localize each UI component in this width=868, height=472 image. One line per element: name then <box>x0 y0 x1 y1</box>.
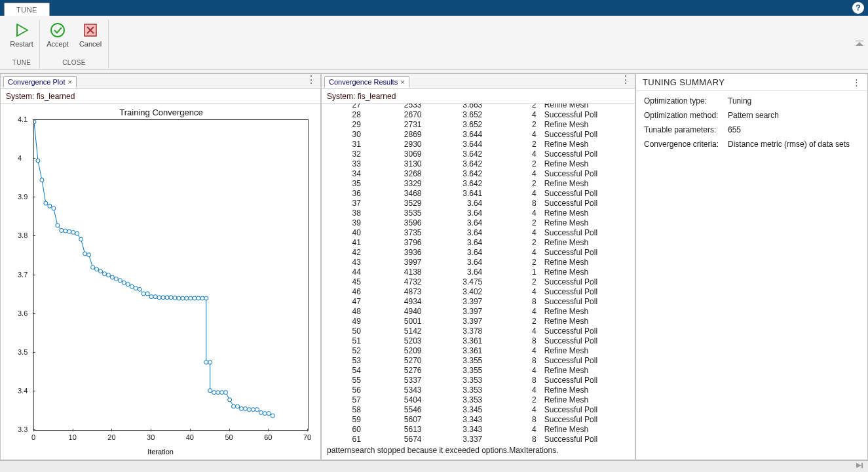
svg-point-25 <box>102 272 106 276</box>
collapse-ribbon-icon[interactable] <box>855 40 868 49</box>
svg-point-51 <box>204 296 208 300</box>
svg-marker-5 <box>856 42 863 46</box>
table-row: 5152033.3618Successful Poll <box>324 336 635 346</box>
tab-convergence-plot[interactable]: Convergence Plot × <box>3 76 77 88</box>
accept-label: Accept <box>47 40 69 48</box>
restart-button[interactable]: Restart <box>7 20 37 50</box>
table-row: 3129303.6442Refine Mesh <box>324 140 635 149</box>
svg-point-69 <box>267 412 271 416</box>
table-row: 4339973.642Refine Mesh <box>324 258 635 267</box>
svg-point-9 <box>40 178 44 182</box>
chart-title: Training Convergence <box>7 108 315 117</box>
svg-point-12 <box>52 206 56 210</box>
table-row: 4239363.644Successful Poll <box>324 248 635 258</box>
x-tick-label: 60 <box>264 433 272 441</box>
panel-menu-icon[interactable]: ⋮ <box>620 77 631 83</box>
tool-group-tune: Restart TUNE <box>4 20 40 69</box>
panel-menu-icon[interactable]: ⋮ <box>852 77 861 87</box>
table-row: 3533293.6422Refine Mesh <box>324 179 635 189</box>
cancel-label: Cancel <box>79 40 102 48</box>
x-tick-label: 10 <box>69 433 77 441</box>
svg-point-32 <box>130 285 134 288</box>
tab-convergence-results[interactable]: Convergence Results × <box>324 76 409 88</box>
check-circle-icon <box>49 22 66 39</box>
panel-menu-icon[interactable]: ⋮ <box>306 77 316 83</box>
table-row: 3432683.6424Successful Poll <box>324 169 635 179</box>
summary-key: Optimization method: <box>644 111 728 120</box>
x-square-icon <box>82 22 99 39</box>
skip-end-icon[interactable] <box>855 462 868 471</box>
table-row: 3028693.6444Successful Poll <box>324 130 635 140</box>
svg-point-52 <box>204 361 208 364</box>
table-row: 2927313.6522Refine Mesh <box>324 120 635 130</box>
svg-point-31 <box>126 283 130 286</box>
table-row: 5352703.3558Successful Poll <box>324 356 635 366</box>
group-label-close: CLOSE <box>62 58 85 69</box>
svg-point-17 <box>71 230 75 234</box>
y-tick-label: 3.5 <box>18 348 28 356</box>
y-tick-label: 3.3 <box>18 425 28 433</box>
svg-point-44 <box>177 296 181 300</box>
results-scroll[interactable]: 2725333.6632Refine Mesh2826703.6524Succe… <box>322 104 635 460</box>
close-tab-icon[interactable]: × <box>67 78 71 86</box>
summary-key: Optimization type: <box>644 96 728 106</box>
svg-point-53 <box>208 361 212 364</box>
chart-svg <box>34 120 308 430</box>
svg-point-47 <box>189 296 193 300</box>
table-row: 5252093.3614Refine Mesh <box>324 346 635 356</box>
table-row: 4849403.3974Refine Mesh <box>324 307 635 317</box>
x-tick-label: 70 <box>303 433 311 441</box>
summary-row: Tunable parameters:655 <box>644 125 859 134</box>
svg-rect-6 <box>856 41 863 41</box>
x-tick-label: 20 <box>107 433 115 441</box>
svg-point-60 <box>232 404 236 408</box>
summary-title: TUNING SUMMARY <box>643 77 725 87</box>
svg-point-14 <box>60 229 64 233</box>
plot-tabbar: Convergence Plot × ⋮ <box>1 74 320 88</box>
table-row: 6056133.3434Refine Mesh <box>324 425 635 435</box>
panel-tuning-summary: TUNING SUMMARY ⋮ Optimization type:Tunin… <box>635 73 868 460</box>
svg-point-67 <box>259 410 263 414</box>
svg-point-18 <box>75 231 79 235</box>
svg-point-38 <box>153 295 157 299</box>
svg-point-65 <box>251 408 255 412</box>
table-row: 4749343.3978Successful Poll <box>324 297 635 307</box>
status-bar <box>0 460 868 472</box>
svg-point-59 <box>228 398 232 402</box>
ribbon-tab-tune[interactable]: TUNE <box>4 3 50 16</box>
summary-value: Distance metric (rmse) of data sets <box>728 140 859 149</box>
svg-point-24 <box>99 269 103 273</box>
svg-point-68 <box>263 412 267 416</box>
svg-point-27 <box>110 275 114 279</box>
svg-point-50 <box>200 296 204 300</box>
summary-body: Optimization type:TuningOptimization met… <box>636 91 867 159</box>
restart-label: Restart <box>10 40 33 48</box>
svg-point-21 <box>87 253 91 257</box>
panel-convergence-plot: Convergence Plot × ⋮ System: fis_learned… <box>0 73 321 460</box>
svg-point-10 <box>44 201 48 205</box>
x-axis-label: Iteration <box>147 448 174 456</box>
table-row: 2826703.6524Successful Poll <box>324 110 635 120</box>
svg-point-36 <box>145 292 149 296</box>
table-row: 3735293.648Successful Poll <box>324 199 635 208</box>
svg-point-30 <box>122 281 126 285</box>
table-row: 4441383.641Refine Mesh <box>324 267 635 277</box>
close-tab-icon[interactable]: × <box>400 78 404 86</box>
help-icon[interactable]: ? <box>852 2 864 14</box>
x-tick-label: 30 <box>147 433 155 441</box>
x-tick-label: 50 <box>225 433 233 441</box>
table-row: 4547323.4752Successful Poll <box>324 277 635 287</box>
table-row: 3634683.6414Successful Poll <box>324 189 635 199</box>
summary-value: Tuning <box>728 96 859 106</box>
y-tick-label: 3.8 <box>18 231 28 239</box>
summary-value: Pattern search <box>728 111 859 120</box>
stop-message: patternsearch stopped because it exceede… <box>324 444 635 460</box>
title-bar: TUNE ? <box>0 0 868 16</box>
svg-point-58 <box>224 391 228 395</box>
play-icon <box>13 22 30 39</box>
tab-label: Convergence Plot <box>8 78 65 86</box>
cancel-button[interactable]: Cancel <box>75 20 105 50</box>
table-row: 3331303.6422Refine Mesh <box>324 159 635 169</box>
svg-point-42 <box>169 296 173 300</box>
accept-button[interactable]: Accept <box>43 20 73 50</box>
